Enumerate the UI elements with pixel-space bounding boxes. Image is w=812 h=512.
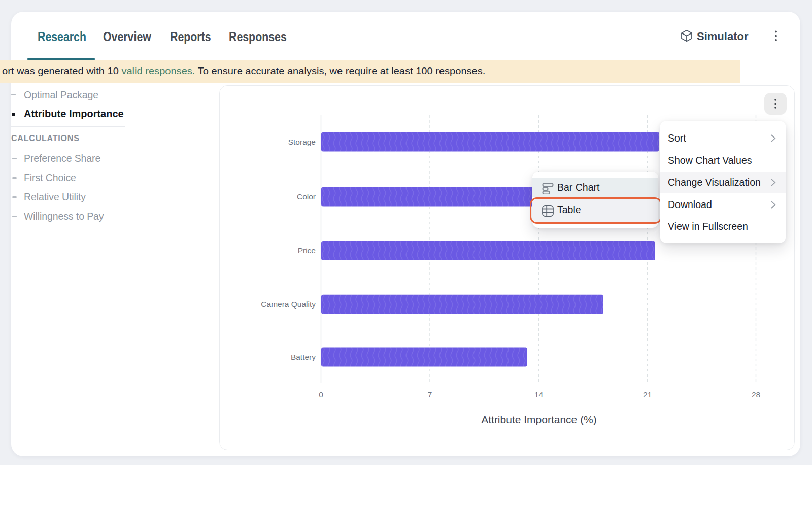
- svg-text:14: 14: [534, 390, 544, 399]
- svg-text:7: 7: [428, 390, 432, 399]
- svg-text:Battery: Battery: [291, 353, 316, 361]
- svg-text:0: 0: [319, 390, 323, 399]
- svg-text:Camera Quality: Camera Quality: [261, 300, 316, 309]
- svg-text:Storage: Storage: [288, 138, 316, 146]
- svg-text:21: 21: [643, 390, 652, 399]
- svg-text:Price: Price: [298, 246, 316, 255]
- svg-text:Attribute Importance (%): Attribute Importance (%): [481, 414, 597, 425]
- svg-text:Color: Color: [297, 192, 316, 201]
- svg-text:28: 28: [752, 390, 760, 399]
